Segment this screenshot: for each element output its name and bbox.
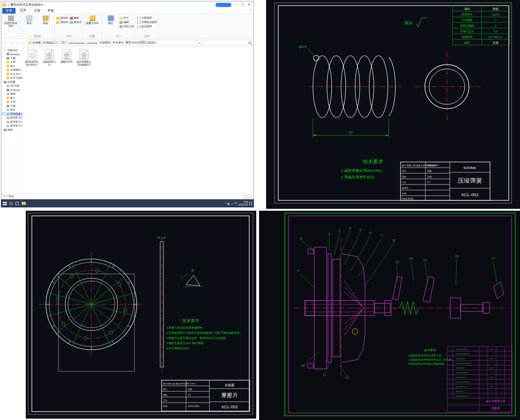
close-button[interactable]: ✕ — [246, 3, 253, 7]
properties-button[interactable]: 属性 — [103, 15, 118, 24]
sidebar-item-3d-objects[interactable]: 3D 对象 — [1, 84, 22, 88]
select-none-button[interactable]: 全部取消选择 — [137, 21, 157, 24]
sidebar-item-downloads[interactable]: 下载 — [1, 104, 22, 108]
volume-tray-icon[interactable]: ◁ — [231, 202, 233, 205]
file-item[interactable]: 减振弹簧CAD — [42, 50, 56, 66]
file-item[interactable]: 膜片弹簧离合器装配图CAD — [77, 50, 91, 66]
paste-button[interactable]: 粘贴 — [38, 15, 53, 24]
select-all-button[interactable]: 全部选择 — [137, 16, 157, 20]
pin-icon — [8, 15, 14, 21]
address-dropdown-icon[interactable]: ⌄ — [194, 41, 197, 44]
new-folder-button[interactable]: 新建文件夹 — [85, 15, 100, 24]
file-list: 重型自卸汽车离合器设计 减振弹簧CAD 摩擦片CAD 膜片弹簧离合器装配图CAD — [23, 47, 253, 193]
forward-button[interactable]: → — [9, 41, 14, 45]
history-button[interactable]: 历史记录 — [119, 25, 134, 28]
sidebar-network[interactable]: 网络 — [1, 128, 22, 132]
sidebar-item-volume-g[interactable]: 新加卷 (G:) — [1, 124, 22, 128]
tab-file[interactable]: 文件 — [2, 8, 15, 14]
sidebar-item-documents[interactable]: 文档 — [1, 100, 22, 104]
breadcrumb[interactable]: Administrator — [69, 42, 85, 44]
refresh-icon[interactable]: ↻ — [198, 41, 200, 44]
file-item[interactable]: 重型自卸汽车离合器设计 — [25, 50, 39, 66]
sidebar-item-documents[interactable]: 文档 — [1, 60, 22, 65]
notification-center-icon[interactable] — [249, 202, 252, 205]
downloads-icon — [7, 105, 9, 107]
open-group-label: 打开 — [103, 34, 134, 38]
svg-text:阶段标记: 阶段标记 — [427, 164, 436, 167]
minimize-button[interactable]: – — [233, 3, 239, 7]
select-none-icon — [137, 21, 141, 24]
music-icon — [7, 109, 9, 111]
address-bar[interactable]: 此电脑› 本地磁盘 (C:)› 用户› Administrator› Deskt… — [27, 40, 201, 46]
thumbnail-view-button[interactable] — [248, 195, 252, 198]
svg-text:标准化: 标准化 — [401, 186, 409, 190]
breadcrumb[interactable]: Desktop — [87, 42, 97, 44]
edit-button[interactable]: 编辑 — [119, 21, 134, 24]
sidebar-item-downloads[interactable]: 下载 — [1, 56, 22, 60]
delete-button[interactable]: 删除 — [70, 16, 82, 20]
search-input[interactable] — [202, 40, 252, 46]
sidebar-item-folder[interactable]: 外接图纸 — [1, 68, 22, 73]
collapse-ribbon-icon[interactable]: ⌃ — [249, 9, 252, 13]
move-to-button[interactable]: 移动到 — [56, 16, 68, 20]
drive-icon — [7, 125, 9, 127]
sidebar-item-pictures[interactable]: 图片 — [1, 64, 22, 68]
part-numbers: 1 2 3 4 5 6 7 8 9 10 11 12 13 14 15 16 1… — [297, 227, 495, 379]
back-button[interactable]: ← — [3, 41, 8, 45]
svg-text:5.未注明圆角为R3。: 5.未注明圆角为R3。 — [166, 346, 192, 350]
quick-access-toolbar[interactable]: ▾ — [7, 3, 9, 7]
invert-selection-button[interactable]: 反向选择 — [137, 25, 157, 28]
svg-text:共1张 第1张: 共1张 第1张 — [188, 405, 200, 407]
sidebar-item-desktop[interactable]: Desktop — [1, 88, 22, 92]
sidebar-quick-access[interactable]: ★快速访问 — [1, 48, 22, 52]
sidebar-item-local-disk-c[interactable]: 本地磁盘 (C:) — [1, 112, 22, 116]
network-tray-icon[interactable]: ▦ — [227, 202, 230, 205]
sidebar-item-folder[interactable]: 有关飞轮的尺寸文档 — [1, 76, 22, 81]
open-button[interactable]: 打开 — [119, 16, 134, 20]
maximize-button[interactable]: ▢ — [239, 3, 246, 7]
recent-locations-icon[interactable]: ⌄ — [15, 41, 20, 45]
rename-button[interactable]: 重命名 — [70, 21, 82, 24]
sidebar-item-volume-f[interactable]: 新加卷 (F:) — [1, 120, 22, 124]
ime-indicator[interactable]: 中 — [234, 202, 237, 205]
svg-text:7: 7 — [381, 234, 383, 237]
copy-to-icon — [56, 21, 59, 24]
breadcrumb[interactable]: 用户 — [61, 41, 67, 45]
breadcrumb[interactable]: 外接图纸 — [99, 41, 111, 45]
sidebar-item-videos[interactable]: 视频 — [1, 92, 22, 96]
breadcrumb[interactable]: 毕业设计 — [112, 41, 124, 45]
sidebar-item-music[interactable]: 音乐 — [1, 108, 22, 112]
downloads-icon — [7, 57, 9, 59]
file-item[interactable]: 摩擦片CAD — [59, 50, 74, 64]
task-view-icon[interactable] — [15, 202, 19, 205]
start-button[interactable] — [3, 202, 7, 206]
svg-text:标记 处数 分区 更改文件号 签名 年月日: 标记 处数 分区 更改文件号 签名 年月日 — [163, 383, 196, 385]
up-button[interactable]: ↑ — [21, 41, 26, 45]
svg-text:共1张 第1张: 共1张 第1张 — [402, 198, 414, 200]
sidebar-item-pictures[interactable]: 图片 — [1, 96, 22, 100]
pin-to-quick-access-button[interactable]: 固定到快速访问 — [3, 15, 18, 27]
taskbar-clock[interactable]: 8:48 2021/7/28 — [238, 201, 248, 206]
taskbar-explorer-icon[interactable] — [22, 202, 26, 205]
list-view-button[interactable] — [243, 195, 247, 198]
breadcrumb[interactable]: 此电脑 — [32, 41, 41, 45]
taskbar-search-icon[interactable] — [9, 202, 13, 205]
sidebar-this-pc[interactable]: 此电脑 — [1, 80, 22, 84]
tab-view[interactable]: 查看 — [44, 8, 57, 14]
tab-home[interactable]: 主页 — [16, 7, 30, 14]
breadcrumb[interactable]: 重型自卸汽车离合器设计 — [126, 41, 156, 45]
drawing-number: XCL-001 — [461, 192, 479, 197]
svg-text:16: 16 — [455, 255, 459, 258]
sidebar-item-volume-d[interactable]: 新加卷 (D:) — [1, 116, 22, 120]
tray-expand-icon[interactable]: ^ — [224, 202, 226, 205]
copy-button[interactable]: 复制 — [22, 15, 37, 24]
breadcrumb[interactable]: 本地磁盘 (C:) — [43, 41, 59, 45]
copy-to-button[interactable]: 复制到 — [56, 21, 68, 24]
titlebar-badge[interactable] — [215, 3, 231, 7]
sidebar-item-folder[interactable]: 毕业设计 — [1, 72, 22, 76]
svg-text:11: 11 — [323, 373, 326, 376]
tab-share[interactable]: 共享 — [30, 8, 44, 14]
svg-text:设计: 设计 — [163, 388, 168, 391]
sidebar-item-desktop[interactable]: Desktop — [1, 52, 22, 57]
delete-icon — [70, 17, 73, 20]
